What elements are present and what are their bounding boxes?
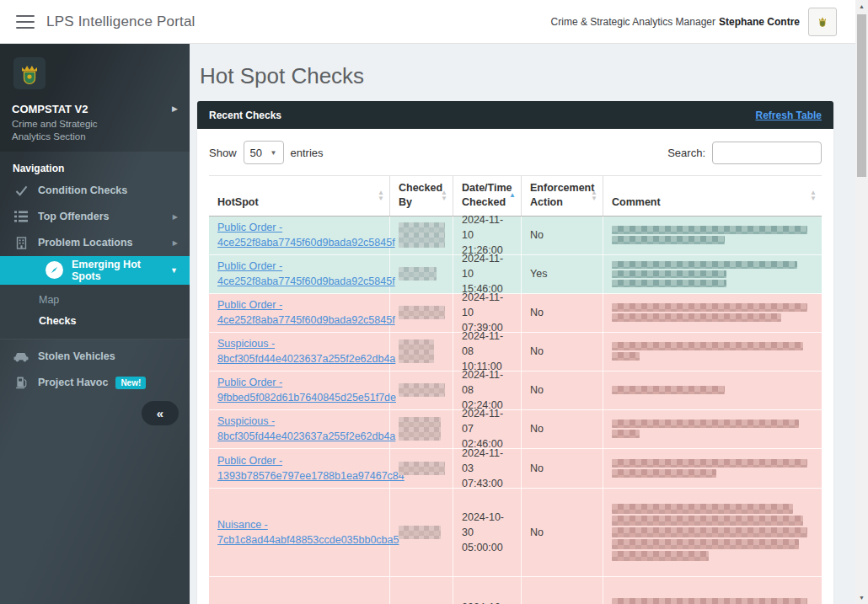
sidebar-collapse-button[interactable]: « [142, 401, 179, 425]
comment-cell [603, 255, 822, 293]
redacted-comment-line [612, 303, 807, 312]
sidebar-subitem-checks[interactable]: Checks [0, 311, 190, 332]
sidebar-item-emerging-hot-spots[interactable]: Emerging Hot Spots ▼ [0, 256, 190, 285]
scroll-up-icon[interactable]: ▲ [855, 0, 868, 13]
comment-cell [603, 371, 822, 409]
entries-select[interactable]: 50 ▼ [244, 141, 284, 164]
hotspot-cell: Public Order -4ce252f8aba7745f60d9bada92… [209, 255, 390, 293]
redacted-comment-line [612, 598, 807, 604]
refresh-table-link[interactable]: Refresh Table [756, 110, 822, 121]
table-controls: Show 50 ▼ entries Search: [209, 141, 822, 164]
date-value: 2024-11-08 [462, 367, 512, 398]
sidebar-item-condition-checks[interactable]: Condition Checks [0, 178, 190, 204]
redacted-comment-line [612, 430, 640, 438]
enforcement-action-cell: No [522, 489, 603, 576]
enforcement-action-cell: No [522, 294, 603, 332]
redacted-comment-line [612, 551, 709, 561]
redacted-comment-line [612, 261, 797, 269]
app-title: LPS Intelligence Portal [46, 13, 196, 30]
hotspot-link[interactable]: Nuisance -7cb1c8ad44abf48853ccde035bb0cb… [217, 517, 381, 548]
redacted-checked-by [399, 267, 437, 281]
table-body: Public Order -4ce252f8aba7745f60d9bada92… [209, 216, 822, 604]
panel-header: Recent Checks Refresh Table [197, 101, 833, 129]
checked-by-cell [390, 449, 453, 488]
hotspot-cell: Suspicious -8bcf305fd44e4023637a255f2e62… [209, 410, 390, 448]
show-label: Show [209, 147, 237, 159]
table-row: Suspicious -8bcf305fd44e4023637a255f2e62… [209, 333, 822, 371]
enforcement-action-value: No [530, 421, 594, 436]
hotspot-link[interactable]: Suspicious -8bcf305fd44e4023637a255f2e62… [217, 414, 381, 444]
user-avatar-button[interactable] [808, 8, 837, 36]
comment-cell [603, 410, 822, 448]
scrollbar-thumb[interactable] [857, 14, 866, 177]
datetime-cell: 2024-10-3005:00:00 [453, 489, 522, 576]
chevron-right-icon: ▶ [173, 213, 178, 221]
hotspot-link[interactable]: Public Order -4ce252f8aba7745f60d9bada92… [217, 297, 381, 328]
hotspot-link[interactable]: Suspicious -8bcf305fd44e4023637a255f2e62… [217, 336, 381, 366]
search-label: Search: [667, 147, 705, 159]
column-header-date-time-checked[interactable]: Date/Time Checked▲ [453, 176, 522, 216]
sort-ascending-icon[interactable]: ▲ [509, 193, 516, 198]
menu-toggle-icon[interactable] [16, 15, 35, 29]
redacted-comment-line [612, 270, 726, 278]
vertical-scrollbar[interactable]: ▲ ▼ [855, 0, 868, 604]
sidebar-item-stolen-vehicles[interactable]: Stolen Vehicles [0, 344, 190, 370]
sort-both-icon[interactable]: ▲▼ [810, 190, 817, 201]
redacted-comment-line [612, 386, 725, 394]
hotspot-link[interactable]: Public Order -4ce252f8aba7745f60d9bada92… [217, 220, 381, 250]
brand-block[interactable]: COMPSTAT V2 Crime and Strategic Analytic… [0, 44, 190, 152]
emerging-hot-spots-submenu: Map Checks [0, 285, 190, 339]
date-value: 2024-10-30 [462, 510, 512, 540]
datetime-cell: 2024-11-0307:43:00 [453, 449, 522, 488]
compstat-logo-icon [12, 56, 47, 91]
redacted-comment-line [612, 504, 793, 514]
scroll-down-icon[interactable]: ▼ [855, 591, 868, 604]
hotspot-link[interactable]: Public Order -1393b78576e797ee1788b1ea97… [217, 453, 381, 484]
comment-cell [603, 449, 822, 488]
comment-cell [603, 216, 822, 254]
enforcement-action-value: No [530, 525, 594, 540]
sidebar-subitem-label: Map [39, 294, 59, 306]
search-control: Search: [667, 142, 822, 164]
sidebar-subitem-map[interactable]: Map [0, 290, 190, 311]
sidebar-item-problem-locations[interactable]: Problem Locations ▶ [0, 230, 190, 256]
column-label: Checked By [399, 181, 442, 210]
enforcement-action-value: No [530, 461, 594, 476]
column-header-enforcement-action[interactable]: Enforcement Action▲▼ [522, 176, 603, 216]
crest-icon [814, 13, 831, 30]
column-header-checked-by[interactable]: Checked By▲▼ [390, 176, 453, 216]
datetime-cell: 2024-10-30 [453, 577, 522, 604]
column-label: Date/Time Checked [462, 181, 512, 210]
sidebar-item-project-havoc[interactable]: Project Havoc New! [0, 370, 190, 396]
date-value: 2024-10-30 [462, 600, 512, 604]
search-input[interactable] [712, 142, 822, 164]
hotspot-link[interactable]: Public Order -9fbbed5f082d61b7640845d25e… [217, 375, 381, 405]
gas-pump-icon [13, 376, 29, 389]
column-header-hotspot[interactable]: HotSpot▲▼ [209, 176, 390, 216]
redacted-checked-by [399, 306, 445, 319]
enforcement-action-value: Yes [530, 266, 594, 281]
hotspot-link[interactable]: Public Order -4ce252f8aba7745f60d9bada92… [217, 259, 381, 289]
sidebar: COMPSTAT V2 Crime and Strategic Analytic… [0, 44, 190, 604]
table-row: B & E -2024-10-30No [209, 577, 822, 604]
table-row: Public Order -4ce252f8aba7745f60d9bada92… [209, 216, 822, 255]
sidebar-item-label: Problem Locations [38, 237, 133, 249]
sort-both-icon[interactable]: ▲▼ [591, 190, 597, 201]
sidebar-item-top-offenders[interactable]: Top Offenders ▶ [0, 204, 190, 230]
entries-control: Show 50 ▼ entries [209, 141, 324, 164]
checked-by-cell [390, 577, 453, 604]
checked-by-cell [390, 216, 453, 254]
date-value: 2024-11-08 [462, 329, 512, 359]
redacted-checked-by [399, 462, 445, 475]
enforcement-action-cell: No [522, 371, 603, 409]
brand-title: COMPSTAT V2 [12, 103, 138, 115]
panel-body: Show 50 ▼ entries Search: [197, 129, 833, 604]
column-header-comment[interactable]: Comment▲▼ [603, 176, 822, 216]
sort-both-icon[interactable]: ▲▼ [378, 190, 384, 201]
date-value: 2024-11-03 [462, 446, 512, 476]
table-row: Suspicious -8bcf305fd44e4023637a255f2e62… [209, 410, 822, 449]
sort-both-icon[interactable]: ▲▼ [441, 190, 447, 201]
enforcement-action-cell: No [522, 333, 603, 371]
enforcement-action-cell: Yes [522, 255, 603, 293]
user-name: Stephane Contre [719, 16, 800, 28]
